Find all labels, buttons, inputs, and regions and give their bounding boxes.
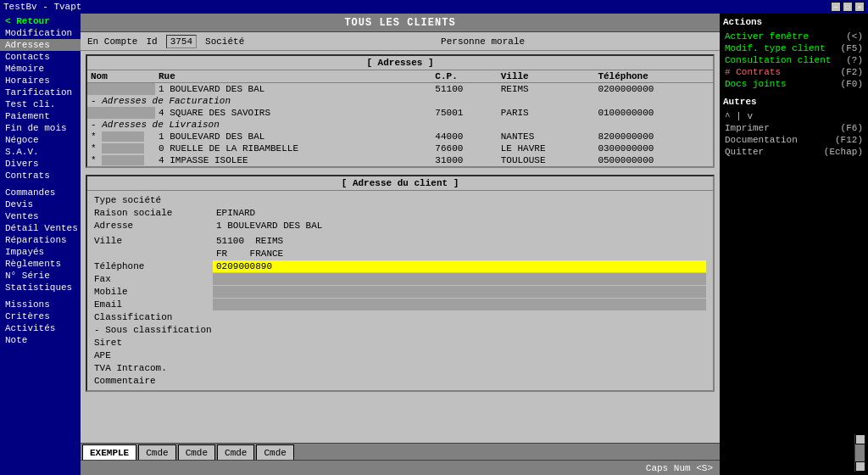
value-ape	[213, 349, 706, 361]
action-documentation[interactable]: Documentation (F12)	[723, 134, 865, 146]
cell-section-facturation: - Adresses de Facturation	[87, 95, 713, 107]
action-nav[interactable]: ^ | v	[723, 110, 865, 122]
page-title: TOUS LES CLIENTS	[87, 17, 713, 29]
sidebar-memoire[interactable]: Mémoire	[0, 63, 81, 75]
key-activer: (<)	[846, 31, 863, 42]
action-docs-joints[interactable]: Docs joints (F0)	[723, 78, 865, 90]
sidebar-impayes[interactable]: Impayés	[0, 246, 81, 258]
sidebar-adresses[interactable]: Adresses	[0, 39, 81, 51]
col-nom: Nom	[87, 70, 155, 83]
action-modif-type[interactable]: Modif. type client (F5)	[723, 42, 865, 54]
sidebar-fin-de-mois[interactable]: Fin de mois	[0, 122, 81, 134]
table-row[interactable]: 4 SQUARE DES SAVOIRS 75001 PARIS 0100000…	[87, 107, 713, 119]
sidebar-activites[interactable]: Activités	[0, 322, 81, 334]
value-ville: 51100 REIMS	[213, 235, 706, 247]
sidebar-modification[interactable]: Modification	[0, 27, 81, 39]
label-pays	[94, 248, 213, 260]
label-ape: APE	[94, 349, 213, 361]
cell-ville2: PARIS	[498, 107, 595, 119]
table-row[interactable]: * 0 RUELLE DE LA RIBAMBELLE 76600 LE HAV…	[87, 142, 713, 154]
label-ville: Ville	[94, 235, 213, 247]
cell-tel2: 0100000000	[594, 107, 713, 119]
scroll-up-button[interactable]: ▲	[855, 434, 865, 444]
key-imprimer: (F6)	[841, 123, 863, 133]
title-bar-controls: ─ □ ×	[831, 2, 865, 12]
sidebar-tarification[interactable]: Tarification	[0, 87, 81, 98]
tab-cmde-4[interactable]: Cmde	[256, 444, 293, 460]
value-type-societe	[213, 194, 706, 206]
id-label: Id	[146, 36, 157, 47]
tab-cmde-3[interactable]: Cmde	[217, 444, 254, 460]
sidebar-divers[interactable]: Divers	[0, 158, 81, 170]
cell-tel5: 0500000000	[594, 154, 713, 166]
action-consultation[interactable]: Consultation client (?)	[723, 54, 865, 66]
action-activer-fenetre[interactable]: Activer fenêtre (<)	[723, 31, 865, 42]
cell-mark3: *	[87, 154, 155, 166]
right-actions-title: Actions	[723, 17, 865, 27]
value-siret	[213, 337, 706, 349]
action-imprimer[interactable]: Imprimer (F6)	[723, 122, 865, 134]
sidebar-note[interactable]: Note	[0, 334, 81, 346]
sidebar-back[interactable]: < Retour	[0, 15, 81, 27]
cell-rue2: 4 SQUARE DES SAVOIRS	[155, 107, 431, 119]
sidebar-criteres[interactable]: Critères	[0, 310, 81, 322]
cell-rue3: 1 BOULEVARD DES BAL	[155, 131, 431, 142]
sidebar-statistiques[interactable]: Statistiques	[0, 282, 81, 293]
addresses-panel-title: [ Adresses ]	[87, 56, 713, 70]
table-row[interactable]: - Adresses de Facturation	[87, 95, 713, 107]
table-row[interactable]: - Adresses de Livraison	[87, 119, 713, 131]
scrollbar[interactable]: ▲ ▼	[854, 434, 865, 472]
tab-exemple[interactable]: EXEMPLE	[82, 444, 136, 460]
value-telephone: 0209000890	[213, 260, 706, 272]
maximize-button[interactable]: □	[843, 2, 853, 12]
sidebar-ventes[interactable]: Ventes	[0, 210, 81, 222]
table-row[interactable]: * 1 BOULEVARD DES BAL 44000 NANTES 82000…	[87, 131, 713, 142]
sidebar-negoce[interactable]: Négoce	[0, 134, 81, 146]
action-contrats[interactable]: # Contrats (F2)	[723, 66, 865, 78]
sidebar-commandes[interactable]: Commandes	[0, 187, 81, 198]
table-row[interactable]: 1 BOULEVARD DES BAL 51100 REIMS 02000000…	[87, 83, 713, 96]
cell-cp2: 75001	[431, 107, 497, 119]
address-detail-panel: [ Adresse du client ] Type société Raiso…	[86, 175, 715, 392]
value-mobile	[213, 286, 706, 298]
addresses-table: Nom Rue C.P. Ville Téléphone 1 BOULEVARD…	[87, 70, 713, 166]
sidebar-testcli[interactable]: Test cli.	[0, 98, 81, 110]
tab-cmde-1[interactable]: Cmde	[138, 444, 175, 460]
action-quitter[interactable]: Quitter (Echap)	[723, 146, 865, 158]
label-tva: TVA Intracom.	[94, 362, 213, 374]
sidebar-devis[interactable]: Devis	[0, 198, 81, 210]
sidebar-contrats[interactable]: Contrats	[0, 170, 81, 182]
value-commentaire	[213, 375, 706, 387]
minimize-button[interactable]: ─	[831, 2, 841, 12]
sidebar-paiement[interactable]: Paiement	[0, 110, 81, 122]
sidebar-horaires[interactable]: Horaires	[0, 75, 81, 87]
right-panel: Actions Activer fenêtre (<) Modif. type …	[720, 14, 868, 475]
label-email: Email	[94, 299, 213, 310]
close-button[interactable]: ×	[854, 2, 865, 12]
documentation-label: Documentation	[725, 135, 798, 145]
action-label-docs: Docs joints	[725, 79, 787, 89]
sidebar-sav[interactable]: S.A.V.	[0, 146, 81, 158]
sidebar-reparations[interactable]: Réparations	[0, 234, 81, 246]
cell-tel3: 8200000000	[594, 131, 713, 142]
cell-tel4: 0300000000	[594, 142, 713, 154]
title-bar: TestBv - Tvapt ─ □ ×	[0, 0, 868, 14]
label-adresse: Adresse	[94, 220, 213, 232]
title-bar-text: TestBv - Tvapt	[3, 2, 81, 12]
col-ville: Ville	[498, 70, 595, 83]
tab-cmde-2[interactable]: Cmde	[178, 444, 215, 460]
sidebar-missions[interactable]: Missions	[0, 299, 81, 310]
quitter-label: Quitter	[725, 147, 764, 157]
cell-cp: 51100	[431, 83, 497, 96]
nav-label: ^ | v	[725, 111, 753, 121]
imprimer-label: Imprimer	[725, 123, 770, 133]
value-sous-classification	[213, 324, 706, 336]
table-row[interactable]: * 4 IMPASSE ISOLEE 31000 TOULOUSE 050000…	[87, 154, 713, 166]
scroll-down-button[interactable]: ▼	[855, 461, 865, 472]
address-detail-title: [ Adresse du client ]	[87, 176, 713, 191]
sidebar-reglements[interactable]: Règlements	[0, 258, 81, 270]
sidebar-detail-ventes[interactable]: Détail Ventes	[0, 222, 81, 234]
label-type-societe: Type société	[94, 194, 213, 206]
sidebar-n-serie[interactable]: N° Série	[0, 270, 81, 282]
sidebar-contacts[interactable]: Contacts	[0, 51, 81, 63]
